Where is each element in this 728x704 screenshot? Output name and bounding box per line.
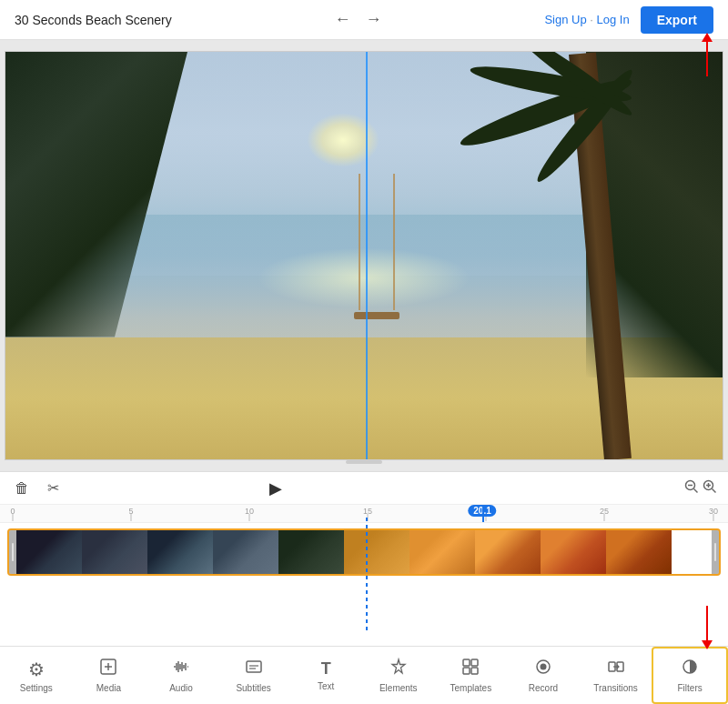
track-thumb-2: [82, 530, 147, 574]
cut-icon: ✂: [47, 480, 59, 496]
nav-item-audio[interactable]: Audio: [145, 647, 217, 704]
record-label: Record: [529, 683, 558, 693]
ruler-svg: 0 5 10 15 20 25 30: [0, 505, 728, 523]
nav-item-transitions[interactable]: Transitions: [580, 647, 652, 704]
track-thumb-7: [410, 530, 475, 574]
track-thumb-1: [16, 530, 82, 574]
filters-label: Filters: [678, 683, 703, 693]
delete-tool-button[interactable]: 🗑: [11, 478, 33, 498]
svg-text:5: 5: [128, 507, 133, 516]
transitions-arrow-icon: [607, 658, 625, 676]
time-ruler: 0 5 10 15 20 25 30 20.1: [0, 505, 728, 523]
project-title: 30 Seconds Beach Scenery: [15, 13, 172, 27]
audio-icon: [172, 658, 190, 680]
play-icon: ▶: [269, 479, 282, 498]
preview-playhead: [366, 52, 368, 459]
track-thumb-8: [475, 530, 541, 574]
export-button[interactable]: Export: [641, 6, 713, 34]
filters-arrow-down: [706, 606, 708, 642]
subtitles-lines-icon: [245, 658, 263, 676]
nav-item-templates[interactable]: Templates: [435, 647, 508, 704]
header-left: 30 Seconds Beach Scenery: [15, 13, 172, 27]
sun-glow: [307, 113, 379, 167]
svg-text:25: 25: [600, 507, 609, 516]
track-thumb-4: [213, 530, 278, 574]
swing-rope-left: [359, 174, 360, 310]
zoom-out-icon: [684, 479, 699, 494]
track-handle-left[interactable]: [9, 530, 16, 574]
audio-label: Audio: [169, 683, 193, 693]
nav-item-text[interactable]: T Text: [289, 647, 362, 704]
preview-scroll-indicator: [346, 460, 382, 464]
play-button[interactable]: ▶: [269, 478, 282, 498]
ruler-playhead-line: [482, 505, 484, 522]
settings-label: Settings: [20, 683, 53, 693]
media-label: Media: [96, 683, 121, 693]
export-arrow-up: [706, 40, 708, 76]
elements-label: Elements: [379, 683, 418, 693]
nav-item-subtitles[interactable]: Subtitles: [217, 647, 290, 704]
login-link[interactable]: Log In: [597, 13, 630, 26]
elements-icon: [389, 658, 408, 680]
zoom-controls: [684, 479, 717, 498]
header-nav: ← →: [331, 6, 386, 33]
nav-item-filters[interactable]: Filters: [652, 647, 728, 704]
elements-star-icon: [389, 658, 408, 676]
beach-scene: [5, 52, 723, 459]
auth-links: Sign Up · Log In: [544, 13, 629, 26]
preview-canvas: [5, 51, 723, 460]
auth-separator: ·: [590, 13, 593, 26]
preview-area: ↻: [0, 40, 728, 471]
audio-wave-icon: [172, 658, 190, 676]
settings-icon: ⚙: [28, 659, 45, 680]
templates-label: Templates: [450, 683, 492, 693]
media-icon: [99, 658, 117, 680]
video-track: [7, 528, 721, 576]
transitions-label: Transitions: [593, 683, 638, 693]
swing: [349, 174, 404, 337]
zoom-in-button[interactable]: [703, 479, 717, 498]
swing-seat: [354, 312, 399, 319]
nav-item-elements[interactable]: Elements: [362, 647, 435, 704]
palm-leaves: [431, 51, 704, 225]
svg-point-40: [540, 664, 546, 670]
svg-rect-35: [463, 659, 470, 666]
templates-icon: [461, 658, 480, 680]
header: 30 Seconds Beach Scenery ← → Sign Up · L…: [0, 0, 728, 40]
filters-icon: [681, 658, 699, 680]
record-icon: [534, 658, 552, 680]
svg-rect-36: [471, 659, 478, 666]
svg-rect-32: [247, 661, 261, 672]
track-handle-right[interactable]: [712, 530, 719, 574]
track-thumb-9: [541, 530, 606, 574]
cut-tool-button[interactable]: ✂: [44, 478, 63, 498]
templates-grid-icon: [461, 658, 480, 676]
nav-item-settings[interactable]: ⚙ Settings: [0, 647, 73, 704]
nav-item-record[interactable]: Record: [507, 647, 580, 704]
svg-rect-38: [471, 668, 478, 674]
svg-line-1: [694, 488, 698, 492]
track-thumb-6: [344, 530, 410, 574]
record-circle-icon: [534, 658, 552, 676]
svg-rect-37: [463, 668, 470, 674]
handle-bar-left: [12, 543, 14, 561]
media-add-icon: [99, 658, 117, 676]
track-thumb-3: [147, 530, 213, 574]
track-area: [0, 523, 728, 587]
track-segment: [16, 530, 712, 574]
track-thumb-10: [606, 530, 672, 574]
header-right: Sign Up · Log In Export: [544, 6, 713, 34]
text-icon: T: [321, 659, 331, 679]
timeline-toolbar: 🗑 ✂ ▶: [0, 472, 728, 505]
zoom-in-icon: [703, 479, 717, 494]
signup-link[interactable]: Sign Up: [544, 13, 586, 26]
svg-text:15: 15: [363, 507, 372, 516]
zoom-out-button[interactable]: [684, 479, 699, 498]
filters-half-circle-icon: [681, 658, 699, 676]
nav-item-media[interactable]: Media: [73, 647, 146, 704]
track-thumb-5: [278, 530, 344, 574]
text-label: Text: [318, 681, 334, 691]
svg-text:0: 0: [10, 507, 15, 516]
redo-button[interactable]: →: [362, 6, 386, 33]
undo-button[interactable]: ←: [331, 6, 355, 33]
